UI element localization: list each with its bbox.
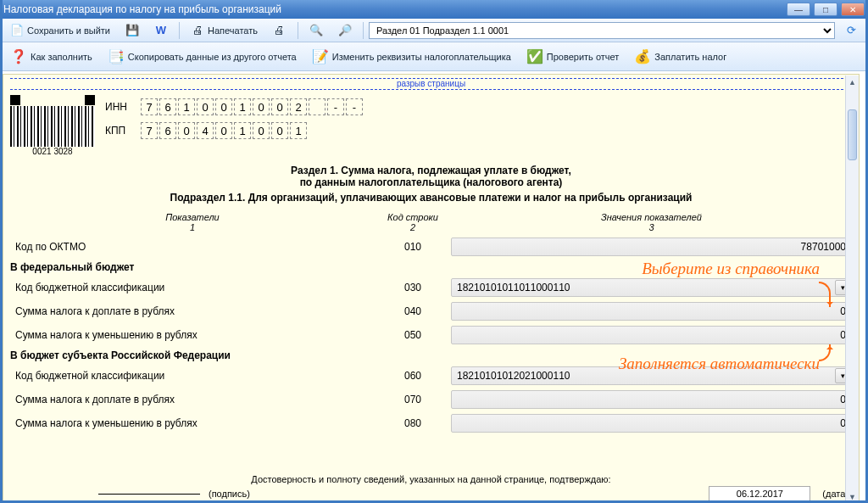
column-headers: Показатели1 Код строки2 Значения показат…: [10, 212, 852, 232]
oktmo-label: Код по ОКТМО: [10, 241, 375, 253]
page-break-indicator: разрыв страницы: [10, 78, 852, 90]
r030-code: 030: [375, 282, 451, 293]
print-menu-button[interactable]: 🖨: [267, 21, 292, 40]
change-req-button[interactable]: 📝 Изменить реквизиты налогоплательщика: [306, 46, 517, 68]
r050-label: Сумма налога к уменьшению в рублях: [10, 329, 375, 341]
footer-fields: (подпись) 06.12.2017 (дата): [3, 486, 859, 501]
scroll-down-button[interactable]: ▼: [846, 490, 859, 503]
digit-cell[interactable]: 0: [253, 122, 270, 139]
subsection-title: Подраздел 1.1. Для организаций, уплачива…: [10, 192, 852, 204]
r060-label: Код бюджетной классификации: [10, 370, 375, 382]
copy-data-label: Скопировать данные из другого отчета: [128, 52, 297, 62]
refresh-button[interactable]: ⟳: [838, 21, 864, 40]
kpp-row: КПП 760401001: [105, 122, 364, 139]
r060-value[interactable]: 18210101012021000110▾: [451, 366, 852, 385]
digit-cell[interactable]: -: [327, 98, 344, 115]
digit-cell[interactable]: [309, 98, 326, 115]
footer-statement: Достоверность и полноту сведений, указан…: [3, 474, 859, 484]
r070-value[interactable]: 0: [451, 390, 852, 409]
r080-value[interactable]: 0: [451, 414, 852, 433]
pay-label: Заплатить налог: [654, 52, 726, 62]
r050-code: 050: [375, 329, 451, 341]
r060-value-text: 18210101012021000110: [457, 370, 570, 382]
barcode-corners: [10, 95, 95, 105]
digit-cell[interactable]: 6: [159, 122, 176, 139]
close-button[interactable]: ✕: [841, 3, 865, 16]
signature-line[interactable]: [98, 494, 200, 495]
digit-cell[interactable]: 0: [178, 122, 195, 139]
digit-cell[interactable]: 1: [178, 98, 195, 115]
copy-data-button[interactable]: 📑 Скопировать данные из другого отчета: [102, 46, 303, 68]
row-070: Сумма налога к доплате в рублях 070 0: [10, 390, 852, 409]
digit-cell[interactable]: 6: [159, 98, 176, 115]
digit-cell[interactable]: 7: [141, 98, 158, 115]
col1-num: 1: [10, 222, 375, 232]
save-exit-icon: 📄: [10, 24, 24, 37]
zoom-in-button[interactable]: 🔍: [303, 21, 329, 40]
barcode-block: 0021 3028: [10, 95, 95, 156]
save-button[interactable]: 💾: [120, 21, 145, 40]
digit-cell[interactable]: 0: [271, 98, 288, 115]
zoom-out-button[interactable]: 🔎: [332, 21, 358, 40]
row-040: Сумма налога к доплате в рублях 040 0: [10, 302, 852, 321]
digit-cell[interactable]: 1: [234, 122, 251, 139]
col2-num: 2: [375, 222, 451, 232]
inn-cells[interactable]: 761001002--: [141, 98, 364, 115]
save-exit-button[interactable]: 📄 Сохранить и выйти: [4, 21, 116, 40]
digit-cell[interactable]: 7: [141, 122, 158, 139]
section-select[interactable]: Раздел 01 Подраздел 1.1 0001: [369, 22, 835, 39]
digit-cell[interactable]: 1: [234, 98, 251, 115]
digit-cell[interactable]: 0: [271, 122, 288, 139]
digit-cell[interactable]: -: [346, 98, 363, 115]
kpp-label: КПП: [105, 125, 131, 137]
kpp-cells[interactable]: 760401001: [141, 122, 309, 139]
row-030: Код бюджетной классификации 030 18210101…: [10, 278, 852, 297]
printer-icon: 🖨: [191, 24, 204, 37]
barcode: [10, 106, 95, 147]
digit-cell[interactable]: 0: [197, 98, 214, 115]
window-controls: — □ ✕: [787, 3, 865, 16]
how-fill-button[interactable]: ❓ Как заполнить: [4, 46, 98, 68]
check-report-button[interactable]: ✅ Проверить отчет: [520, 46, 626, 68]
fed-header-label: В федеральный бюджет: [10, 261, 375, 273]
r050-value[interactable]: 0: [451, 326, 852, 344]
date-field[interactable]: 06.12.2017: [709, 486, 810, 501]
zoom-out-icon: 🔎: [338, 24, 352, 37]
document-area: разрыв страницы 0021 3028 ИНН 761001002-…: [0, 71, 868, 503]
r030-value[interactable]: 18210101011011000110▾: [451, 278, 852, 297]
check-label: Проверить отчет: [547, 52, 620, 62]
digit-cell[interactable]: 2: [290, 98, 307, 115]
r040-value[interactable]: 0: [451, 302, 852, 321]
print-button[interactable]: 🖨 Напечатать: [185, 21, 264, 40]
print-label: Напечатать: [208, 25, 258, 36]
digit-cell[interactable]: 0: [215, 122, 232, 139]
minimize-button[interactable]: —: [787, 3, 810, 16]
signature-label: (подпись): [209, 489, 250, 499]
digit-cell[interactable]: 0: [253, 98, 270, 115]
digit-cell[interactable]: 4: [197, 122, 214, 139]
row-050: Сумма налога к уменьшению в рублях 050 0: [10, 326, 852, 344]
toolbar-main: 📄 Сохранить и выйти 💾 W 🖨 Напечатать 🖨 🔍…: [0, 19, 868, 42]
word-button[interactable]: W: [148, 21, 174, 40]
row-060: Код бюджетной классификации 060 18210101…: [10, 366, 852, 385]
scroll-up-button[interactable]: ▲: [846, 75, 859, 89]
scroll-thumb[interactable]: [848, 109, 857, 160]
how-fill-label: Как заполнить: [31, 52, 92, 62]
r070-label: Сумма налога к доплате в рублях: [10, 394, 375, 405]
r080-label: Сумма налога к уменьшению в рублях: [10, 417, 375, 429]
r040-label: Сумма налога к доплате в рублях: [10, 305, 375, 317]
oktmo-value[interactable]: 78701000: [451, 238, 852, 256]
section-nav: Раздел 01 Подраздел 1.1 0001: [369, 22, 835, 39]
col3-num: 3: [451, 222, 852, 232]
maximize-button[interactable]: □: [814, 3, 837, 16]
window-title: Налоговая декларация по налогу на прибыл…: [3, 3, 281, 15]
vertical-scrollbar[interactable]: ▲ ▼: [845, 75, 859, 503]
document-page: разрыв страницы 0021 3028 ИНН 761001002-…: [3, 74, 860, 503]
diskette-icon: 💾: [125, 24, 139, 37]
r080-code: 080: [375, 417, 451, 429]
inn-kpp-block: ИНН 761001002-- КПП 760401001: [105, 95, 364, 146]
digit-cell[interactable]: 1: [290, 122, 307, 139]
r030-value-text: 18210101011011000110: [457, 282, 570, 293]
pay-tax-button[interactable]: 💰 Заплатить налог: [628, 46, 732, 68]
digit-cell[interactable]: 0: [215, 98, 232, 115]
